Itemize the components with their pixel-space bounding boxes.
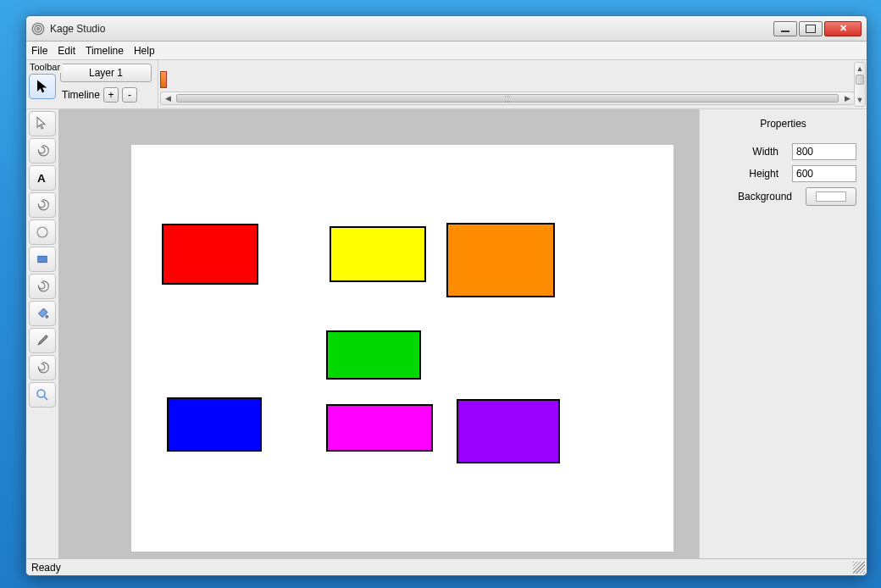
background-swatch	[816, 191, 846, 202]
layer-button[interactable]: Layer 1	[60, 64, 152, 82]
toolbar-label: Toolbar	[27, 61, 63, 73]
canvas-viewport[interactable]	[58, 109, 699, 558]
minimize-button[interactable]	[773, 21, 797, 36]
timeline-add-button[interactable]: +	[103, 87, 119, 103]
tool-circle[interactable]	[29, 219, 56, 245]
height-input[interactable]	[792, 165, 856, 182]
svg-line-5	[44, 397, 47, 400]
properties-panel: Properties Width Height Background	[699, 109, 867, 558]
tool-spiral-3[interactable]	[29, 274, 56, 299]
width-input[interactable]	[792, 143, 856, 160]
status-text: Ready	[31, 562, 61, 574]
tool-zoom[interactable]	[29, 382, 56, 408]
rect-purple[interactable]	[457, 399, 560, 463]
tool-spiral-2[interactable]	[29, 192, 56, 218]
tool-eyedropper[interactable]	[29, 328, 56, 353]
tool-fill[interactable]	[29, 301, 56, 326]
tool-text[interactable]: A	[29, 165, 56, 191]
app-icon	[31, 22, 45, 36]
window-controls	[773, 21, 862, 36]
menubar: File Edit Timeline Help	[26, 42, 867, 60]
tool-node[interactable]	[29, 111, 56, 136]
background-label: Background	[710, 191, 795, 202]
statusbar: Ready	[26, 558, 867, 575]
tool-spiral-1[interactable]	[29, 138, 56, 164]
maximize-button[interactable]	[799, 21, 823, 36]
rect-magenta[interactable]	[326, 404, 433, 452]
tool-select[interactable]	[29, 74, 56, 99]
width-label: Width	[710, 146, 782, 158]
canvas[interactable]	[131, 145, 673, 552]
rect-red[interactable]	[162, 224, 258, 285]
v-scroll-thumb[interactable]	[856, 75, 864, 85]
frames-vertical-scrollbar[interactable]: ▲ ▼	[854, 62, 866, 107]
rect-yellow[interactable]	[330, 226, 426, 282]
frames-horizontal-scrollbar[interactable]: ◀ ▶	[160, 92, 855, 105]
svg-text:A: A	[37, 172, 46, 185]
svg-rect-2	[37, 256, 47, 263]
svg-point-4	[37, 390, 45, 397]
resize-grip[interactable]	[853, 562, 865, 574]
scroll-up-icon[interactable]: ▲	[855, 63, 865, 75]
properties-title: Properties	[706, 116, 860, 138]
menu-edit[interactable]: Edit	[58, 45, 75, 57]
toolbox: A	[26, 109, 58, 558]
frames-area: ◀ ▶ ▲ ▼	[158, 60, 867, 108]
rect-blue[interactable]	[167, 397, 262, 452]
window-title: Kage Studio	[50, 23, 773, 35]
menu-file[interactable]: File	[31, 45, 47, 57]
scroll-thumb[interactable]	[176, 94, 839, 103]
menu-help[interactable]: Help	[134, 45, 155, 57]
background-color-button[interactable]	[806, 187, 856, 206]
height-label: Height	[710, 168, 782, 180]
frame-indicator[interactable]	[160, 71, 167, 88]
layer-panel: Layer 1 Timeline + -	[58, 60, 158, 108]
titlebar[interactable]: Kage Studio	[26, 16, 867, 42]
tool-spiral-4[interactable]	[29, 355, 56, 380]
timeline-region: Layer 1 Timeline + - ◀ ▶ ▲ ▼	[26, 60, 867, 109]
scroll-left-icon[interactable]: ◀	[161, 92, 175, 104]
close-button[interactable]	[824, 21, 862, 36]
scroll-down-icon[interactable]: ▼	[855, 94, 865, 106]
main-region: A Properties Width Height Backgr	[26, 109, 867, 558]
timeline-label: Timeline	[62, 89, 100, 101]
tool-rectangle[interactable]	[29, 247, 56, 272]
menu-timeline[interactable]: Timeline	[86, 45, 124, 57]
app-window: Kage Studio File Edit Timeline Help Tool…	[25, 15, 867, 576]
svg-point-1	[37, 227, 47, 237]
rect-green[interactable]	[326, 330, 421, 380]
timeline-remove-button[interactable]: -	[122, 87, 137, 103]
svg-point-3	[45, 315, 47, 318]
rect-orange[interactable]	[446, 223, 555, 297]
scroll-right-icon[interactable]: ▶	[840, 92, 854, 104]
